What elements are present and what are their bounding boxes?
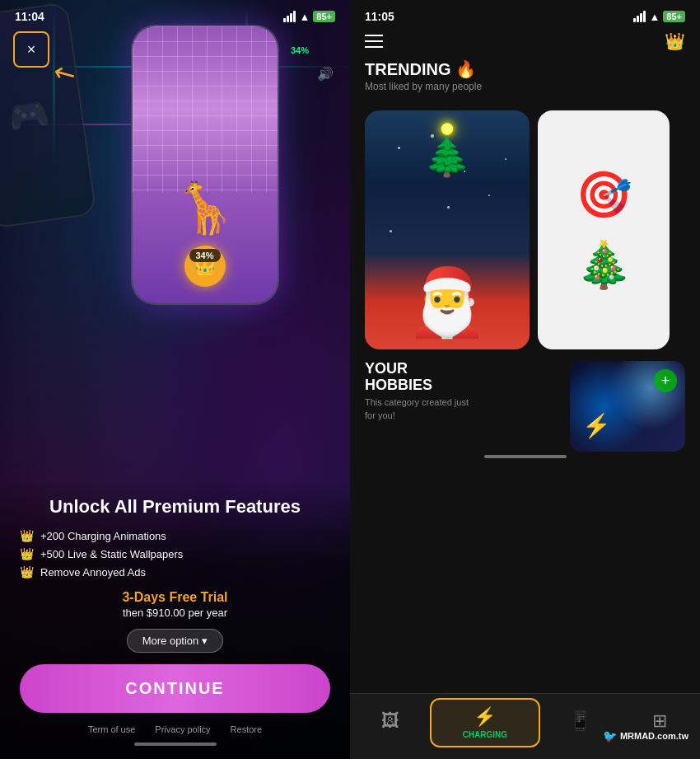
trending-subtitle: Most liked by many people bbox=[365, 81, 685, 92]
grid-pattern bbox=[133, 26, 278, 193]
crown-icon-1: 👑 bbox=[20, 529, 34, 542]
volume-icon: 🔊 bbox=[317, 66, 334, 82]
hobbies-subtitle: This category created just bbox=[365, 397, 558, 407]
fire-icon: 🔥 bbox=[455, 59, 476, 79]
wallpaper-card-main[interactable]: 🌲 🎅 bbox=[365, 110, 530, 349]
progress-text: 34% bbox=[291, 45, 309, 55]
feature-item-1: 👑 +200 Charging Animations bbox=[20, 529, 330, 542]
chevron-down-icon: ▾ bbox=[202, 635, 208, 647]
wallpaper-row: 🌲 🎅 🎯 🎄 bbox=[350, 110, 700, 349]
close-icon: × bbox=[27, 41, 36, 59]
feature-list: 👑 +200 Charging Animations 👑 +500 Live &… bbox=[20, 529, 330, 579]
trending-title: TRENDING bbox=[365, 60, 450, 79]
mrmad-watermark: 🐦 MRMAD.com.tw bbox=[603, 729, 688, 743]
mrmad-logo-icon: 🐦 bbox=[603, 729, 617, 743]
percent-badge: 34% bbox=[189, 249, 220, 262]
hobbies-text-area: YOURHOBBIES This category created just f… bbox=[365, 361, 558, 420]
charging-tab-icon: ⚡ bbox=[474, 706, 496, 728]
hobbies-card[interactable]: ⚡ + bbox=[570, 361, 685, 452]
more-option-button[interactable]: More option ▾ bbox=[127, 629, 224, 653]
hobbies-title: YOURHOBBIES bbox=[365, 361, 558, 394]
more-option-label: More option bbox=[142, 635, 199, 647]
lightning-icon: ⚡ bbox=[582, 412, 611, 439]
footer-links: Term of use Privacy policy Restore bbox=[20, 724, 330, 734]
tab-charging[interactable]: ⚡ CHARGING bbox=[430, 698, 539, 747]
right-panel: 11:05 ▲ 85+ 👑 TRENDING 🔥 Most liked by m… bbox=[350, 0, 700, 759]
price-text: then $910.00 per year bbox=[20, 607, 330, 619]
hamburger-menu-button[interactable] bbox=[365, 35, 383, 48]
phone-mockup: 🦒 👑 34% bbox=[131, 25, 279, 305]
feature-item-2: 👑 +500 Live & Static Wallpapers bbox=[20, 547, 330, 560]
home-indicator-left bbox=[134, 743, 217, 746]
wallpaper-card-side[interactable]: 🎯 🎄 bbox=[538, 110, 670, 349]
status-icons-left: ▲ 85+ bbox=[283, 11, 335, 23]
status-icons-right: ▲ 85+ bbox=[633, 11, 685, 23]
time-left: 11:04 bbox=[15, 10, 44, 23]
term-of-use-link[interactable]: Term of use bbox=[88, 724, 135, 734]
mrmad-text: MRMAD.com.tw bbox=[620, 731, 688, 741]
bottom-tab-bar: 🖼 ⚡ CHARGING 📱 ⊞ bbox=[350, 693, 700, 759]
status-bar-left: 11:04 ▲ 85+ bbox=[0, 0, 350, 23]
wifi-icon-right: ▲ bbox=[649, 11, 660, 23]
battery-right: 85+ bbox=[663, 11, 685, 22]
wallpaper-tab-icon: 🖼 bbox=[381, 710, 399, 732]
crown-icon-2: 👑 bbox=[20, 547, 34, 560]
crown-icon-3: 👑 bbox=[20, 565, 34, 579]
signal-icon-right bbox=[633, 11, 646, 22]
trial-text: 3-Days Free Trial bbox=[20, 590, 330, 605]
trending-header: TRENDING 🔥 bbox=[365, 59, 685, 79]
hobbies-subtitle2: for you! bbox=[365, 410, 558, 420]
christmas-tree: 🌲 bbox=[424, 135, 470, 179]
wifi-icon: ▲ bbox=[299, 11, 310, 23]
continue-button[interactable]: CONTINUE bbox=[20, 664, 330, 713]
tree-image: 🎄 bbox=[576, 238, 632, 292]
home-indicator-right bbox=[484, 455, 567, 458]
feature-item-3: 👑 Remove Annoyed Ads bbox=[20, 565, 330, 579]
hobbies-section: YOURHOBBIES This category created just f… bbox=[350, 361, 700, 452]
ornament-image: 🎯 bbox=[576, 168, 632, 222]
top-navigation: 👑 bbox=[350, 23, 700, 59]
phone-tab-icon: 📱 bbox=[569, 710, 591, 732]
premium-title: Unlock All Premium Features bbox=[20, 496, 330, 518]
left-content-area: Unlock All Premium Features 👑 +200 Charg… bbox=[0, 480, 350, 759]
feature-text-2: +500 Live & Static Wallpapers bbox=[40, 548, 183, 560]
restore-link[interactable]: Restore bbox=[231, 724, 263, 734]
crown-nav-icon[interactable]: 👑 bbox=[665, 31, 685, 51]
battery-left: 85+ bbox=[313, 11, 335, 22]
santa-image: 🎅 bbox=[406, 264, 488, 341]
close-button[interactable]: × bbox=[13, 31, 49, 68]
feature-text-3: Remove Annoyed Ads bbox=[40, 566, 146, 579]
time-right: 11:05 bbox=[365, 10, 394, 23]
plus-button[interactable]: + bbox=[654, 369, 677, 392]
giraffe-image: 🦒 bbox=[174, 179, 236, 237]
tab-wallpaper[interactable]: 🖼 bbox=[350, 705, 430, 739]
trending-section: TRENDING 🔥 Most liked by many people bbox=[350, 59, 700, 110]
charging-tab-label: CHARGING bbox=[463, 730, 507, 739]
star-top bbox=[441, 123, 454, 135]
signal-icon bbox=[283, 11, 296, 22]
privacy-policy-link[interactable]: Privacy policy bbox=[155, 724, 210, 734]
status-bar-right: 11:05 ▲ 85+ bbox=[350, 0, 700, 23]
feature-text-1: +200 Charging Animations bbox=[40, 530, 166, 542]
left-panel: 11:04 ▲ 85+ × ↖ 🎮 🦒 👑 34% � bbox=[0, 0, 350, 759]
